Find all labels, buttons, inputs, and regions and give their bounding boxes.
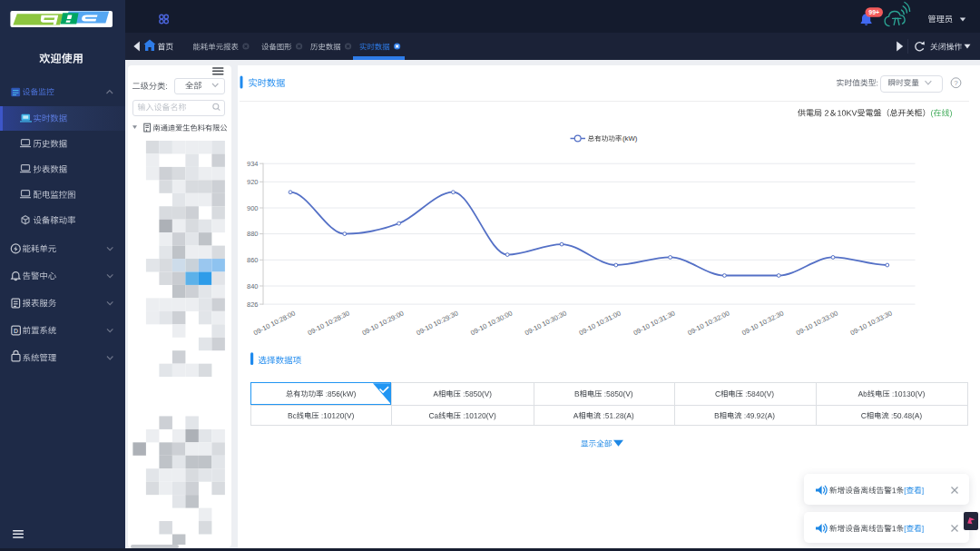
svg-text:840: 840 xyxy=(247,282,259,290)
svg-text:826: 826 xyxy=(247,300,259,309)
svg-text:09-10 10:30:30: 09-10 10:30:30 xyxy=(524,309,568,337)
svg-text:09-10 10:31:30: 09-10 10:31:30 xyxy=(632,309,676,337)
svg-text:D: D xyxy=(14,328,18,334)
svg-text:09-10 10:29:30: 09-10 10:29:30 xyxy=(415,309,459,337)
svg-text:09-10 10:33:00: 09-10 10:33:00 xyxy=(795,309,839,337)
svg-text:920: 920 xyxy=(247,178,259,186)
svg-text:09-10 10:29:00: 09-10 10:29:00 xyxy=(360,309,405,337)
svg-text:(kW): (kW) xyxy=(622,134,638,143)
svg-text:09-10 10:30:00: 09-10 10:30:00 xyxy=(469,309,514,337)
svg-text:880: 880 xyxy=(247,230,259,238)
svg-text:09-10 10:28:00: 09-10 10:28:00 xyxy=(252,309,297,337)
svg-text:09-10 10:32:00: 09-10 10:32:00 xyxy=(686,309,730,337)
svg-text:934: 934 xyxy=(247,160,259,168)
svg-text:99+: 99+ xyxy=(868,9,879,15)
svg-text:09-10 10:31:00: 09-10 10:31:00 xyxy=(578,309,622,337)
svg-text:860: 860 xyxy=(247,256,259,264)
svg-text:09-10 10:28:30: 09-10 10:28:30 xyxy=(307,309,351,337)
svg-text:?: ? xyxy=(954,79,958,87)
svg-text:900: 900 xyxy=(247,204,259,212)
svg-text:09-10 10:33:30: 09-10 10:33:30 xyxy=(849,309,894,337)
svg-text:09-10 10:32:30: 09-10 10:32:30 xyxy=(740,309,785,337)
